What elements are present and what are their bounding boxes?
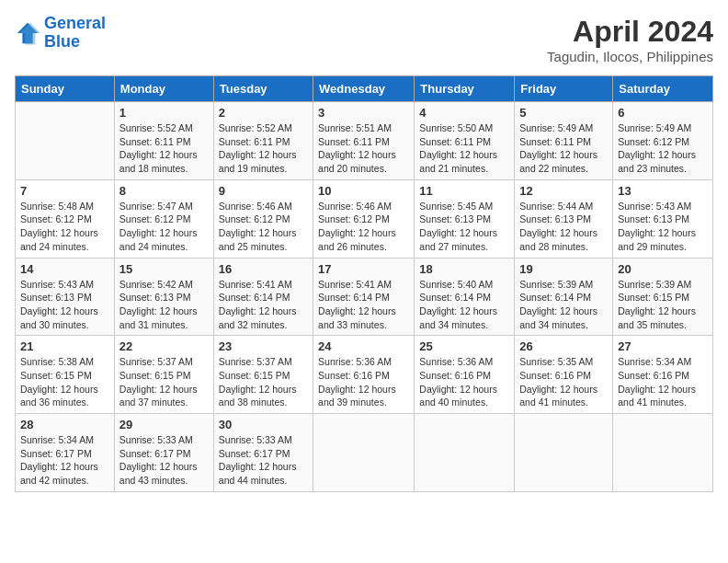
- day-info: Sunrise: 5:52 AM Sunset: 6:11 PM Dayligh…: [119, 121, 209, 176]
- day-info: Sunrise: 5:47 AM Sunset: 6:12 PM Dayligh…: [119, 200, 209, 254]
- calendar-cell: [415, 414, 515, 492]
- title-block: April 2024 Tagudin, Ilocos, Philippines: [547, 15, 713, 64]
- day-info: Sunrise: 5:50 AM Sunset: 6:11 PM Dayligh…: [419, 121, 509, 176]
- logo-line2: Blue: [44, 32, 80, 51]
- day-info: Sunrise: 5:49 AM Sunset: 6:11 PM Dayligh…: [519, 121, 608, 176]
- day-info: Sunrise: 5:52 AM Sunset: 6:11 PM Dayligh…: [219, 121, 308, 176]
- calendar-cell: 1Sunrise: 5:52 AM Sunset: 6:11 PM Daylig…: [114, 102, 213, 180]
- logo-line1: General: [44, 14, 106, 32]
- calendar-cell: 21Sunrise: 5:38 AM Sunset: 6:15 PM Dayli…: [16, 336, 115, 414]
- day-info: Sunrise: 5:34 AM Sunset: 6:16 PM Dayligh…: [618, 355, 708, 409]
- day-info: Sunrise: 5:51 AM Sunset: 6:11 PM Dayligh…: [318, 121, 409, 176]
- day-number: 23: [219, 339, 308, 353]
- day-info: Sunrise: 5:39 AM Sunset: 6:14 PM Dayligh…: [519, 278, 608, 332]
- location: Tagudin, Ilocos, Philippines: [547, 49, 713, 64]
- day-number: 4: [419, 106, 509, 120]
- day-number: 15: [119, 262, 209, 276]
- day-number: 24: [318, 339, 409, 353]
- day-number: 1: [119, 106, 209, 120]
- week-row-2: 7Sunrise: 5:48 AM Sunset: 6:12 PM Daylig…: [16, 179, 713, 258]
- week-row-4: 21Sunrise: 5:38 AM Sunset: 6:15 PM Dayli…: [16, 336, 713, 414]
- calendar-cell: 15Sunrise: 5:42 AM Sunset: 6:13 PM Dayli…: [114, 258, 213, 336]
- day-number: 2: [219, 106, 308, 120]
- day-number: 19: [519, 262, 608, 276]
- day-number: 3: [318, 106, 409, 120]
- week-row-3: 14Sunrise: 5:43 AM Sunset: 6:13 PM Dayli…: [16, 258, 713, 336]
- calendar-cell: 16Sunrise: 5:41 AM Sunset: 6:14 PM Dayli…: [213, 258, 313, 336]
- day-info: Sunrise: 5:41 AM Sunset: 6:14 PM Dayligh…: [318, 278, 409, 332]
- day-number: 7: [20, 184, 109, 198]
- day-info: Sunrise: 5:37 AM Sunset: 6:15 PM Dayligh…: [119, 355, 209, 409]
- day-info: Sunrise: 5:43 AM Sunset: 6:13 PM Dayligh…: [20, 278, 109, 332]
- weekday-header-tuesday: Tuesday: [213, 76, 313, 102]
- weekday-header-monday: Monday: [114, 76, 213, 102]
- month-title: April 2024: [547, 15, 713, 49]
- weekday-header-sunday: Sunday: [16, 76, 115, 102]
- day-info: Sunrise: 5:44 AM Sunset: 6:13 PM Dayligh…: [519, 200, 608, 254]
- day-number: 8: [119, 184, 209, 198]
- weekday-header-saturday: Saturday: [613, 76, 713, 102]
- day-number: 21: [20, 339, 109, 353]
- day-number: 28: [20, 418, 109, 431]
- calendar-cell: 17Sunrise: 5:41 AM Sunset: 6:14 PM Dayli…: [313, 258, 415, 336]
- day-number: 29: [119, 418, 209, 431]
- day-info: Sunrise: 5:41 AM Sunset: 6:14 PM Dayligh…: [219, 278, 308, 332]
- day-number: 5: [519, 106, 608, 120]
- day-number: 11: [419, 184, 509, 198]
- calendar-cell: [16, 102, 115, 180]
- calendar-cell: 27Sunrise: 5:34 AM Sunset: 6:16 PM Dayli…: [613, 336, 713, 414]
- day-info: Sunrise: 5:40 AM Sunset: 6:14 PM Dayligh…: [419, 278, 509, 332]
- week-row-5: 28Sunrise: 5:34 AM Sunset: 6:17 PM Dayli…: [16, 414, 713, 492]
- calendar-cell: 29Sunrise: 5:33 AM Sunset: 6:17 PM Dayli…: [114, 414, 213, 492]
- day-number: 9: [219, 184, 308, 198]
- calendar-cell: 4Sunrise: 5:50 AM Sunset: 6:11 PM Daylig…: [415, 102, 515, 180]
- day-info: Sunrise: 5:39 AM Sunset: 6:15 PM Dayligh…: [618, 278, 708, 332]
- calendar-cell: 28Sunrise: 5:34 AM Sunset: 6:17 PM Dayli…: [16, 414, 115, 492]
- calendar-cell: 10Sunrise: 5:46 AM Sunset: 6:12 PM Dayli…: [313, 179, 415, 258]
- day-info: Sunrise: 5:43 AM Sunset: 6:13 PM Dayligh…: [618, 200, 708, 254]
- calendar-cell: 6Sunrise: 5:49 AM Sunset: 6:12 PM Daylig…: [613, 102, 713, 180]
- weekday-header-row: SundayMondayTuesdayWednesdayThursdayFrid…: [16, 76, 713, 102]
- weekday-header-wednesday: Wednesday: [313, 76, 415, 102]
- logo-text: General Blue: [44, 15, 106, 52]
- logo-icon: [15, 20, 40, 46]
- calendar-cell: 22Sunrise: 5:37 AM Sunset: 6:15 PM Dayli…: [114, 336, 213, 414]
- day-number: 16: [219, 262, 308, 276]
- calendar-cell: 14Sunrise: 5:43 AM Sunset: 6:13 PM Dayli…: [16, 258, 115, 336]
- calendar-cell: 30Sunrise: 5:33 AM Sunset: 6:17 PM Dayli…: [213, 414, 313, 492]
- day-info: Sunrise: 5:49 AM Sunset: 6:12 PM Dayligh…: [618, 121, 708, 176]
- day-number: 13: [618, 184, 708, 198]
- day-info: Sunrise: 5:36 AM Sunset: 6:16 PM Dayligh…: [318, 355, 409, 409]
- calendar-cell: 18Sunrise: 5:40 AM Sunset: 6:14 PM Dayli…: [415, 258, 515, 336]
- day-info: Sunrise: 5:33 AM Sunset: 6:17 PM Dayligh…: [119, 433, 209, 488]
- day-info: Sunrise: 5:42 AM Sunset: 6:13 PM Dayligh…: [119, 278, 209, 332]
- day-info: Sunrise: 5:45 AM Sunset: 6:13 PM Dayligh…: [419, 200, 509, 254]
- calendar-cell: 2Sunrise: 5:52 AM Sunset: 6:11 PM Daylig…: [213, 102, 313, 180]
- day-info: Sunrise: 5:37 AM Sunset: 6:15 PM Dayligh…: [219, 355, 308, 409]
- weekday-header-thursday: Thursday: [415, 76, 515, 102]
- day-number: 22: [119, 339, 209, 353]
- day-info: Sunrise: 5:48 AM Sunset: 6:12 PM Dayligh…: [20, 200, 109, 254]
- day-info: Sunrise: 5:46 AM Sunset: 6:12 PM Dayligh…: [219, 200, 308, 254]
- calendar-cell: 9Sunrise: 5:46 AM Sunset: 6:12 PM Daylig…: [213, 179, 313, 258]
- day-info: Sunrise: 5:38 AM Sunset: 6:15 PM Dayligh…: [20, 355, 109, 409]
- calendar-table: SundayMondayTuesdayWednesdayThursdayFrid…: [15, 75, 713, 492]
- day-info: Sunrise: 5:35 AM Sunset: 6:16 PM Dayligh…: [519, 355, 608, 409]
- day-number: 14: [20, 262, 109, 276]
- day-number: 27: [618, 339, 708, 353]
- day-number: 18: [419, 262, 509, 276]
- week-row-1: 1Sunrise: 5:52 AM Sunset: 6:11 PM Daylig…: [16, 102, 713, 180]
- calendar-cell: 3Sunrise: 5:51 AM Sunset: 6:11 PM Daylig…: [313, 102, 415, 180]
- day-number: 26: [519, 339, 608, 353]
- calendar-cell: 8Sunrise: 5:47 AM Sunset: 6:12 PM Daylig…: [114, 179, 213, 258]
- calendar-cell: [515, 414, 613, 492]
- calendar-cell: 5Sunrise: 5:49 AM Sunset: 6:11 PM Daylig…: [515, 102, 613, 180]
- calendar-cell: 26Sunrise: 5:35 AM Sunset: 6:16 PM Dayli…: [515, 336, 613, 414]
- weekday-header-friday: Friday: [515, 76, 613, 102]
- day-number: 25: [419, 339, 509, 353]
- calendar-cell: 7Sunrise: 5:48 AM Sunset: 6:12 PM Daylig…: [16, 179, 115, 258]
- day-number: 30: [219, 418, 308, 431]
- calendar-cell: 24Sunrise: 5:36 AM Sunset: 6:16 PM Dayli…: [313, 336, 415, 414]
- calendar-cell: 11Sunrise: 5:45 AM Sunset: 6:13 PM Dayli…: [415, 179, 515, 258]
- day-info: Sunrise: 5:34 AM Sunset: 6:17 PM Dayligh…: [20, 433, 109, 488]
